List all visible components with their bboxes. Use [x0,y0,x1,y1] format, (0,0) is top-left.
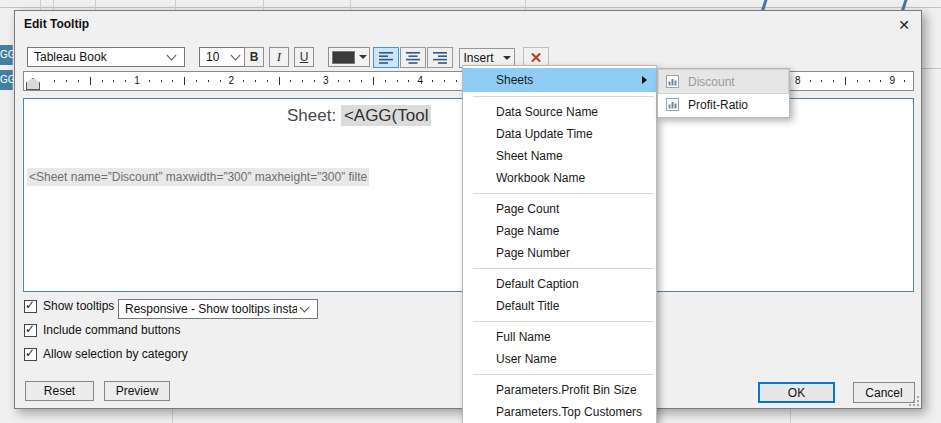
menu-item-label: Parameters.Top Customers [496,405,642,419]
background-gridline [922,68,941,69]
reset-button[interactable]: Reset [25,381,94,401]
menu-item-full-name[interactable]: Full Name [463,326,656,348]
background-gridline [350,0,351,10]
menu-separator [473,374,654,375]
chevron-down-icon [231,51,241,61]
italic-button[interactable]: I [269,47,289,67]
show-tooltips-checkbox[interactable]: ✓ [24,300,37,313]
ruler-tick [869,80,870,82]
background-gridline [95,0,96,10]
allow-selection-row: ✓ Allow selection by category [24,347,188,361]
menu-item-default-title[interactable]: Default Title [463,295,656,317]
include-command-buttons-label: Include command buttons [43,323,180,337]
submenu-item-profit-ratio[interactable]: Profit-Ratio [659,93,788,116]
submenu-arrow-icon [642,76,647,84]
allow-selection-label: Allow selection by category [43,347,188,361]
align-center-icon [406,52,420,64]
menu-item-data-update-time[interactable]: Data Update Time [463,123,656,145]
background-field-pill: GG [0,70,13,90]
menu-separator [473,268,654,269]
ruler-tick [279,77,280,85]
background-gridline [175,0,176,10]
ruler-tick [267,80,268,82]
ruler-tick [361,80,362,82]
menu-item-user-name[interactable]: User Name [463,348,656,370]
font-family-select[interactable]: Tableau Book [27,47,185,67]
include-command-buttons-checkbox[interactable]: ✓ [24,324,37,337]
menu-item-page-name[interactable]: Page Name [463,220,656,242]
menu-item-label: Sheets [496,73,533,87]
menu-item-parameters-top-customers[interactable]: Parameters.Top Customers [463,401,656,423]
ruler-number: 9 [889,75,895,86]
menu-item-page-count[interactable]: Page Count [463,198,656,220]
ruler-tick [373,77,374,85]
dropdown-caret-icon [503,56,511,60]
show-tooltips-row: ✓ Show tooltips [24,299,114,313]
ruler-tick [880,80,881,82]
font-family-value: Tableau Book [34,50,164,64]
ok-button[interactable]: OK [758,382,835,403]
ruler-tick [243,80,244,82]
chevron-down-icon [167,51,177,61]
menu-separator [473,321,654,322]
ruler-tick [113,80,114,82]
allow-selection-checkbox[interactable]: ✓ [24,348,37,361]
underline-button[interactable]: U [294,47,314,67]
ruler-tick [125,80,126,82]
resize-grip[interactable] [907,394,919,406]
cancel-button[interactable]: Cancel [853,382,915,403]
background-gridline [790,409,791,423]
ruler-tick [845,77,846,85]
menu-separator [473,96,654,97]
ruler-indent-marker[interactable] [26,78,40,90]
chevron-down-icon [300,303,310,313]
align-left-button[interactable] [373,47,399,68]
menu-item-data-source-name[interactable]: Data Source Name [463,101,656,123]
menu-item-label: Page Name [496,224,559,238]
ruler-tick [349,80,350,82]
background-gridline [53,0,54,10]
font-size-select[interactable]: 10 [199,47,249,67]
color-swatch-icon [332,51,355,64]
menu-item-workbook-name[interactable]: Workbook Name [463,167,656,189]
menu-item-label: Sheet Name [496,149,563,163]
ruler-tick [90,77,91,85]
screen: GG GG Edit Tooltip ✕ Tableau Book 10 B I… [0,0,941,423]
menu-item-label: Data Source Name [496,105,598,119]
bar-chart-sheet-icon [666,98,679,111]
editor-line-1: Sheet: <AGG(Tool [287,106,431,126]
background-field-pill: GG [0,45,13,65]
menu-item-label: Default Title [496,299,559,313]
menu-item-sheet-name[interactable]: Sheet Name [463,145,656,167]
menu-item-parameters-profit-bin-size[interactable]: Parameters.Profit Bin Size [463,379,656,401]
ruler-tick [314,80,315,82]
menu-item-default-caption[interactable]: Default Caption [463,273,656,295]
align-center-button[interactable] [400,47,426,68]
ruler-tick [338,80,339,82]
dialog-title: Edit Tooltip [24,17,89,31]
bold-button[interactable]: B [244,47,264,67]
close-icon[interactable]: ✕ [895,16,913,34]
agg-field-token[interactable]: <AGG(Tool [341,105,432,126]
menu-item-sheets[interactable]: Sheets [463,68,656,92]
check-icon: ✓ [25,346,35,360]
menu-item-page-number[interactable]: Page Number [463,242,656,264]
ruler-number: 4 [417,75,423,86]
ruler-tick [172,80,173,82]
ruler-tick [857,80,858,82]
submenu-item-label: Discount [688,75,735,89]
ruler-tick [208,80,209,82]
menu-item-label: Page Number [496,246,570,260]
ruler-tick [102,80,103,82]
preview-button[interactable]: Preview [104,381,170,401]
ruler-tick [220,80,221,82]
ruler-tick [456,80,457,82]
tooltip-mode-select[interactable]: Responsive - Show tooltips instantly [118,299,318,319]
sheet-embed-token[interactable]: <Sheet name=”Discount” maxwidth=”300” ma… [27,168,369,186]
ruler-number: 8 [795,75,801,86]
font-color-button[interactable] [328,47,370,67]
align-right-button[interactable] [427,47,453,68]
dropdown-caret-icon [359,55,367,59]
align-left-icon [379,52,393,64]
submenu-item-discount[interactable]: Discount [659,70,788,93]
